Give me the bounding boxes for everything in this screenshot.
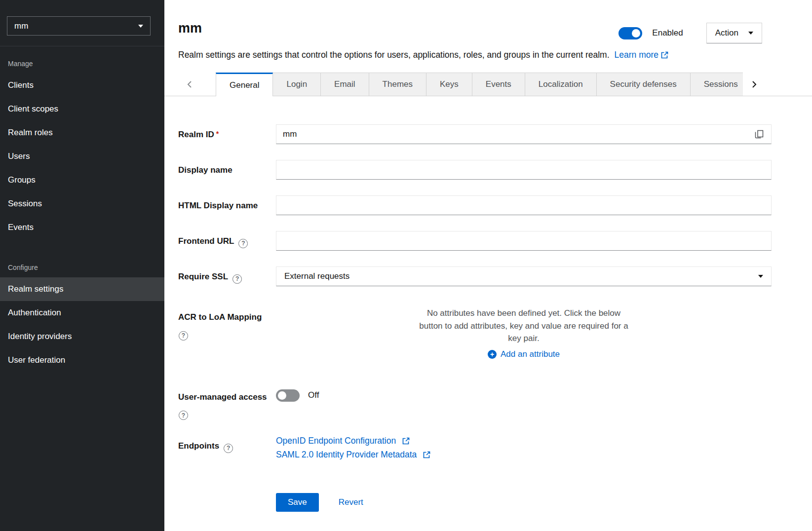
form-row-require-ssl: Require SSL? External requests [178,266,772,286]
realm-id-label-text: Realm ID [178,130,214,139]
html-display-name-field [276,195,772,215]
copy-button[interactable] [747,125,771,144]
endpoints-label: Endpoints? [178,436,276,463]
copy-icon [755,130,764,139]
acr-empty-message: No attributes have been defined yet. Cli… [415,307,632,345]
chevron-right-icon [750,80,758,88]
tab-keys[interactable]: Keys [426,73,472,96]
require-ssl-field: External requests [276,266,772,286]
sidebar-item-client-scopes[interactable]: Client scopes [0,97,164,121]
frontend-url-label: Frontend URL? [178,231,276,251]
page-title: mm [178,21,202,36]
realm-id-field [276,124,772,144]
help-icon[interactable]: ? [179,331,188,341]
sidebar-item-sessions[interactable]: Sessions [0,192,164,216]
sidebar: mm Manage Clients Client scopes Realm ro… [0,0,164,531]
plus-circle-icon: + [488,350,497,359]
html-display-name-label: HTML Display name [178,195,276,215]
sidebar-item-authentication[interactable]: Authentication [0,301,164,325]
tab-security-defenses[interactable]: Security defenses [597,73,691,96]
html-display-name-input[interactable] [276,195,772,215]
endpoints-label-text: Endpoints [178,441,219,451]
endpoints-field: OpenID Endpoint Configuration SAML 2.0 I… [276,436,772,463]
user-managed-access-toggle[interactable] [276,389,300,402]
user-managed-access-label: User-managed access ? [178,387,276,420]
realm-enabled-toggle[interactable] [619,27,642,39]
help-icon[interactable]: ? [224,444,233,453]
actions-field: Save Revert [276,493,772,512]
required-indicator: * [216,130,219,138]
help-icon[interactable]: ? [179,411,188,420]
sidebar-item-events[interactable]: Events [0,216,164,239]
tab-localization[interactable]: Localization [525,73,597,96]
add-attribute-link[interactable]: + Add an attribute [276,349,772,359]
realm-selector-label: mm [14,21,28,31]
sidebar-item-users[interactable]: Users [0,145,164,168]
tab-general[interactable]: General [216,73,273,96]
chevron-left-icon [186,80,194,88]
save-button[interactable]: Save [276,493,319,512]
nav-section-gap [0,239,164,258]
action-dropdown-button[interactable]: Action [706,23,762,43]
acr-loa-mapping-label-text: ACR to LoA Mapping [178,312,276,323]
learn-more-link[interactable]: Learn more [615,50,669,60]
form-row-display-name: Display name [178,160,772,180]
sidebar-item-user-federation[interactable]: User federation [0,348,164,372]
external-link-icon [423,451,430,458]
nav-section-manage: Manage [0,54,164,74]
form-row-user-managed-access: User-managed access ? Off [178,387,772,420]
openid-endpoint-configuration-link[interactable]: OpenID Endpoint Configuration [276,436,410,446]
nav-section-configure: Configure [0,258,164,277]
add-attribute-label: Add an attribute [501,349,560,359]
sidebar-item-realm-settings[interactable]: Realm settings [0,277,164,301]
action-dropdown-label: Action [715,28,738,38]
form-row-html-display-name: HTML Display name [178,195,772,215]
sidebar-item-identity-providers[interactable]: Identity providers [0,325,164,348]
main-content: mm Enabled Action Realm settings are set… [164,0,812,531]
app-root: mm Manage Clients Client scopes Realm ro… [0,0,812,531]
sidebar-item-realm-roles[interactable]: Realm roles [0,121,164,145]
page-description: Realm settings are settings that control… [178,50,610,60]
tabs-viewport: General Login Email Themes Keys Events L… [216,73,743,96]
help-icon[interactable]: ? [238,239,248,248]
realm-selector[interactable]: mm [7,16,151,36]
realm-id-input[interactable] [276,125,747,144]
revert-button[interactable]: Revert [339,497,363,507]
chevron-down-icon [138,25,143,28]
form-row-acr-loa-mapping: ACR to LoA Mapping ? No attributes have … [178,307,772,359]
display-name-input[interactable] [276,160,772,180]
help-icon[interactable]: ? [232,274,242,284]
form-row-frontend-url: Frontend URL? [178,231,772,251]
tab-email[interactable]: Email [321,73,369,96]
tab-events[interactable]: Events [472,73,525,96]
tabs-scroll-left-button[interactable] [164,73,216,96]
acr-loa-mapping-field: No attributes have been defined yet. Cli… [276,307,772,359]
saml-identity-provider-metadata-link[interactable]: SAML 2.0 Identity Provider Metadata [276,450,430,460]
form-row-endpoints: Endpoints? OpenID Endpoint Configuration… [178,436,772,463]
sidebar-item-clients[interactable]: Clients [0,74,164,97]
html-display-name-label-text: HTML Display name [178,201,258,210]
realm-settings-form: Realm ID* Display name [164,96,812,512]
require-ssl-select[interactable]: External requests [276,266,772,286]
title-row: mm Enabled Action [178,21,798,43]
openid-endpoint-link-label: OpenID Endpoint Configuration [276,436,396,446]
external-link-icon [402,437,410,445]
form-actions-row: Save Revert [178,493,772,512]
actions-spacer [178,493,276,512]
chevron-down-icon [758,275,763,278]
page-description-row: Realm settings are settings that control… [178,50,798,60]
require-ssl-label-text: Require SSL [178,272,228,281]
form-row-realm-id: Realm ID* [178,124,772,144]
user-managed-access-label-text: User-managed access [178,392,276,403]
frontend-url-input[interactable] [276,231,772,251]
sidebar-nav: Manage Clients Client scopes Realm roles… [0,46,164,372]
learn-more-label: Learn more [615,50,659,60]
toggle-knob [278,391,286,400]
tab-login[interactable]: Login [273,73,321,96]
tab-sessions[interactable]: Sessions [691,73,743,96]
tabs-scroll-right-button[interactable] [743,73,812,96]
display-name-field [276,160,772,180]
external-link-icon [661,51,668,59]
tab-themes[interactable]: Themes [369,73,426,96]
sidebar-item-groups[interactable]: Groups [0,168,164,192]
